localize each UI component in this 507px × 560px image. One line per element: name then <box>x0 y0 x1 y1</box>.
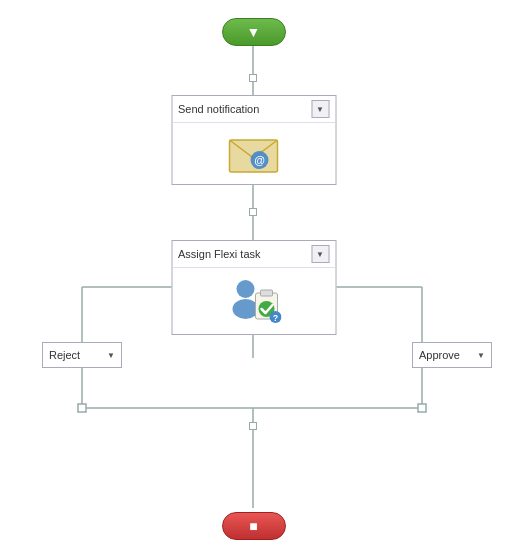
reject-dropdown-icon: ▼ <box>107 351 115 360</box>
approve-dropdown-icon: ▼ <box>477 351 485 360</box>
send-notification-title: Send notification <box>178 103 259 115</box>
assign-task-header: Assign Flexi task ▼ <box>172 241 335 268</box>
connector-dot-bottom <box>249 422 257 430</box>
connector-dot-2 <box>249 208 257 216</box>
flow-diagram: Send notification ▼ @ Assign Flexi task … <box>0 0 507 560</box>
start-node[interactable] <box>222 18 286 46</box>
send-notification-box: Send notification ▼ @ <box>171 95 336 185</box>
svg-point-20 <box>237 280 255 298</box>
connector-dot-1 <box>249 74 257 82</box>
approve-button[interactable]: Approve ▼ <box>412 342 492 368</box>
email-icon: @ <box>228 134 280 174</box>
reject-button[interactable]: Reject ▼ <box>42 342 122 368</box>
assign-task-title: Assign Flexi task <box>178 248 261 260</box>
svg-point-21 <box>233 299 259 319</box>
svg-text:?: ? <box>273 313 279 323</box>
svg-rect-14 <box>418 404 426 412</box>
assign-task-content: ? <box>172 268 335 334</box>
send-notification-dropdown[interactable]: ▼ <box>311 100 329 118</box>
svg-text:@: @ <box>254 154 265 166</box>
assign-task-dropdown[interactable]: ▼ <box>311 245 329 263</box>
svg-rect-9 <box>78 404 86 412</box>
assign-task-box: Assign Flexi task ▼ ? <box>171 240 336 335</box>
reject-label: Reject <box>49 349 80 361</box>
approve-label: Approve <box>419 349 460 361</box>
svg-rect-23 <box>261 290 273 296</box>
send-notification-header: Send notification ▼ <box>172 96 335 123</box>
flexi-task-icon: ? <box>226 275 282 327</box>
end-node[interactable] <box>222 512 286 540</box>
send-notification-content: @ <box>172 123 335 184</box>
